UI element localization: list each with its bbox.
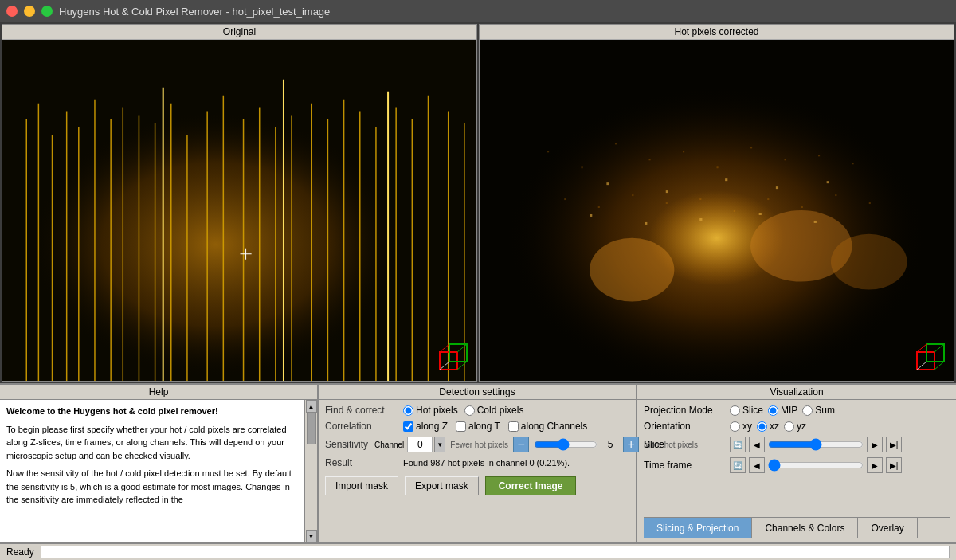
along-channels-checkbox[interactable] — [508, 421, 519, 432]
bottom-tabs: Slicing & Projection Channels & Colors O… — [644, 517, 950, 538]
export-mask-button[interactable]: Export mask — [405, 476, 479, 495]
time-right-btn[interactable]: ▶ — [867, 457, 883, 473]
original-canvas[interactable]: Position: (557 310 -19) px Value: ch 0: … — [2, 40, 476, 381]
svg-rect-69 — [725, 178, 727, 181]
tab-slicing-projection[interactable]: Slicing & Projection — [644, 518, 752, 538]
time-slider[interactable] — [768, 459, 864, 472]
sum-option[interactable]: Sum — [802, 405, 835, 416]
time-frame-label: Time frame — [644, 460, 723, 471]
sensitivity-slider[interactable] — [534, 438, 598, 451]
yz-label: yz — [797, 421, 806, 432]
status-text: Ready — [6, 546, 34, 558]
svg-rect-49 — [750, 147, 752, 148]
svg-line-82 — [917, 362, 927, 370]
orientation-controls: xy xz yz — [730, 421, 806, 432]
slice-option[interactable]: Slice — [730, 405, 763, 416]
correlation-row: Correlation along Z along T along Cha — [325, 421, 629, 432]
xy-option[interactable]: xy — [730, 421, 752, 432]
sensitivity-row: Sensitivity Channel 0 ▼ Fewer hot pixels… — [325, 437, 629, 452]
hot-pixels-label: Hot pixels — [416, 405, 458, 416]
close-btn[interactable] — [6, 6, 18, 17]
projection-mode-row: Projection Mode Slice MIP Sum — [644, 405, 950, 416]
result-row: Result Found 987 hot pixels in channel 0… — [325, 457, 629, 468]
fewer-label: Fewer hot pixels — [450, 441, 508, 449]
titlebar: Huygens Hot & Cold Pixel Remover - hot_p… — [0, 0, 956, 22]
detection-title: Detection settings — [319, 385, 636, 400]
along-t-option[interactable]: along T — [456, 421, 500, 432]
slice-slider[interactable] — [768, 438, 864, 451]
scroll-up-btn[interactable]: ▲ — [306, 400, 317, 413]
minimize-btn[interactable] — [24, 6, 35, 17]
help-content: Welcome to the Huygens hot & cold pixel … — [0, 400, 317, 542]
along-z-checkbox[interactable] — [403, 421, 413, 432]
corrected-panel: Hot pixels corrected — [479, 24, 954, 382]
tab-channels-colors[interactable]: Channels & Colors — [752, 518, 858, 538]
help-p3: Now the sensitivity of the hot / cold pi… — [6, 467, 298, 507]
corrected-canvas[interactable] — [480, 40, 954, 381]
along-channels-option[interactable]: along Channels — [508, 421, 587, 432]
yz-option[interactable]: yz — [784, 421, 806, 432]
xy-radio[interactable] — [730, 421, 740, 432]
time-left-btn[interactable]: ◀ — [749, 457, 765, 473]
statusbar: Ready — [0, 542, 956, 560]
hot-pixels-radio[interactable] — [403, 405, 413, 416]
channel-dropdown[interactable]: ▼ — [434, 437, 445, 452]
detection-content: Find & correct Hot pixels Cold pixels — [319, 400, 636, 542]
mip-radio[interactable] — [768, 405, 778, 416]
slice-max-btn[interactable]: ▶| — [886, 437, 902, 452]
cold-pixels-option[interactable]: Cold pixels — [464, 405, 524, 416]
correlation-label: Correlation — [325, 421, 397, 432]
correct-image-button[interactable]: Correct Image — [485, 476, 577, 495]
slice-slider-row: 🔄 ◀ ▶ ▶| — [730, 437, 902, 452]
mip-option[interactable]: MIP — [768, 405, 797, 416]
svg-rect-56 — [666, 202, 668, 204]
sum-radio[interactable] — [802, 405, 813, 416]
slice-row-label: Slice — [644, 439, 723, 450]
xz-radio[interactable] — [757, 421, 767, 432]
scroll-down-btn[interactable]: ▼ — [306, 530, 317, 542]
slice-sync-btn[interactable]: 🔄 — [730, 437, 746, 452]
original-panel: Original Position: (557 310 -19) px Valu… — [2, 24, 477, 382]
time-sync-btn[interactable]: 🔄 — [730, 457, 746, 473]
help-scrollbar[interactable]: ▲ ▼ — [304, 400, 317, 542]
svg-line-38 — [457, 344, 467, 352]
import-mask-button[interactable]: Import mask — [325, 476, 398, 495]
orientation-label: Orientation — [644, 421, 723, 432]
projection-mode-controls: Slice MIP Sum — [730, 405, 835, 416]
xz-option[interactable]: xz — [757, 421, 779, 432]
svg-rect-43 — [547, 151, 549, 152]
svg-rect-48 — [717, 166, 719, 168]
channel-input[interactable]: 0 — [407, 437, 433, 452]
time-max-btn[interactable]: ▶| — [886, 457, 902, 473]
svg-rect-60 — [801, 206, 803, 208]
result-label: Result — [325, 457, 397, 468]
image-area: Original Position: (557 310 -19) px Valu… — [0, 22, 956, 383]
along-z-option[interactable]: along Z — [403, 421, 448, 432]
help-p2: To begin please first specify whether yo… — [6, 423, 298, 463]
yz-radio[interactable] — [784, 421, 794, 432]
slice-right-btn[interactable]: ▶ — [867, 437, 883, 452]
time-frame-row: Time frame 🔄 ◀ ▶ ▶| — [644, 457, 950, 473]
help-p1: Welcome to the Huygens hot & cold pixel … — [6, 405, 298, 418]
svg-rect-72 — [590, 214, 592, 217]
detection-panel: Detection settings Find & correct Hot pi… — [319, 385, 637, 542]
svg-rect-71 — [827, 181, 829, 183]
tab-overlay[interactable]: Overlay — [858, 518, 917, 538]
slice-radio[interactable] — [730, 405, 740, 416]
find-correct-label: Find & correct — [325, 405, 397, 416]
hot-pixels-option[interactable]: Hot pixels — [403, 405, 458, 416]
help-panel: Help Welcome to the Huygens hot & cold p… — [0, 385, 319, 542]
svg-line-40 — [440, 362, 449, 370]
slice-left-btn[interactable]: ◀ — [749, 437, 765, 452]
mip-label: MIP — [781, 405, 797, 416]
svg-rect-47 — [683, 151, 684, 152]
scroll-thumb[interactable] — [307, 413, 316, 444]
maximize-btn[interactable] — [41, 6, 53, 17]
svg-rect-62 — [869, 202, 871, 204]
viz-title: Visualization — [637, 385, 956, 400]
along-t-checkbox[interactable] — [456, 421, 466, 432]
svg-line-81 — [934, 362, 944, 370]
sensitivity-minus-btn[interactable]: − — [513, 437, 529, 452]
cold-pixels-radio[interactable] — [464, 405, 475, 416]
channel-label: Channel — [374, 441, 404, 449]
